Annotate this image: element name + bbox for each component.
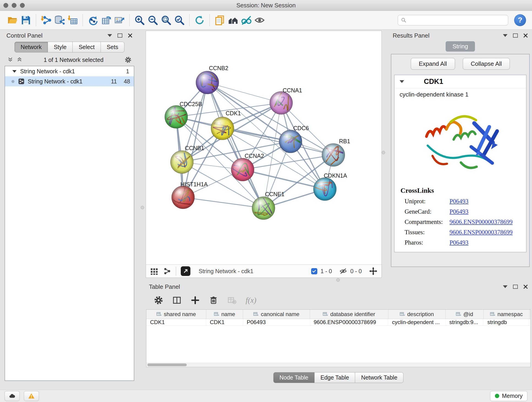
collapse-all-networks-icon[interactable] <box>17 57 22 63</box>
pan-move-icon[interactable] <box>369 267 377 275</box>
tab-select[interactable]: Select <box>73 42 101 52</box>
open-in-new-window-button[interactable] <box>181 266 190 276</box>
crosslink-value[interactable]: P06493 <box>450 208 469 215</box>
panel-menu-icon[interactable] <box>503 34 507 37</box>
table-row[interactable]: CDK1CDK1P064939606.ENSP00000378699cyclin… <box>146 319 530 326</box>
network-graph[interactable]: CCNB2CCNA1CDC25BCDK1CDC6RB1CCNB1CCNA2CDK… <box>146 31 381 264</box>
table-settings-gear-icon[interactable] <box>154 296 163 305</box>
string-results-box: Expand All Collapse All CDK1 cyclin-depe… <box>391 54 530 267</box>
selected-indicator-checkbox[interactable] <box>311 268 317 274</box>
node-CDKN1A[interactable]: CDKN1A <box>312 172 347 201</box>
column-header-label: description <box>407 311 434 317</box>
network-canvas[interactable]: CCNB2CCNA1CDC25BCDK1CDC6RB1CCNB1CCNA2CDK… <box>146 31 381 264</box>
import-table-icon <box>67 15 78 26</box>
save-session-button[interactable] <box>19 13 32 27</box>
column-header-name[interactable]: name <box>206 310 243 319</box>
node-CCNB2[interactable]: CCNB2 <box>196 65 228 94</box>
import-network-database-button[interactable] <box>53 13 66 27</box>
splitter-handle[interactable] <box>141 206 144 209</box>
close-panel-icon[interactable] <box>523 33 528 38</box>
edge-CCNE1-HIST1H1A[interactable] <box>183 197 264 208</box>
zoom-in-button[interactable] <box>133 13 146 27</box>
node-CDK1[interactable]: CDK1 <box>210 110 241 140</box>
close-panel-icon[interactable] <box>128 33 133 38</box>
horizontal-scrollbar[interactable] <box>146 363 530 367</box>
close-panel-icon[interactable] <box>523 284 528 289</box>
open-session-button[interactable] <box>6 13 19 27</box>
column-header-shared-name[interactable]: shared name <box>146 310 206 319</box>
zoom-out-button[interactable] <box>146 13 159 27</box>
duplicate-network-button[interactable] <box>213 13 226 27</box>
status-bar: Memory <box>0 390 532 402</box>
crosslink-value[interactable]: 9606.ENSP00000378699 <box>450 218 513 225</box>
birdseye-view-button[interactable] <box>163 267 171 275</box>
entry-collapse-icon[interactable] <box>399 80 404 83</box>
scrollbar-thumb[interactable] <box>147 364 187 366</box>
tab-network[interactable]: Network <box>14 42 48 52</box>
splitter-handle[interactable] <box>382 151 385 154</box>
crosslink-value[interactable]: P06493 <box>450 198 469 205</box>
panel-menu-icon[interactable] <box>503 285 507 288</box>
tree-expand-icon[interactable] <box>12 70 17 73</box>
float-panel-icon[interactable] <box>513 285 518 289</box>
tab-style[interactable]: Style <box>48 42 73 52</box>
string-labels-button[interactable] <box>253 13 266 27</box>
gear-icon[interactable] <box>125 56 132 63</box>
zoom-selected-button[interactable] <box>173 13 186 27</box>
function-builder-button[interactable]: f(x) <box>246 296 256 305</box>
cloud-status-button[interactable] <box>5 391 20 401</box>
edge-CCNB2-HIST1H1A[interactable] <box>183 83 207 197</box>
search-input[interactable] <box>409 17 505 24</box>
open-folder-icon <box>7 15 18 26</box>
apply-layout-button[interactable] <box>193 13 206 27</box>
column-header-description[interactable]: description <box>388 310 446 319</box>
float-panel-icon[interactable] <box>513 33 518 38</box>
grid-view-button[interactable] <box>150 267 158 275</box>
column-header--id[interactable]: @id <box>446 310 484 319</box>
network-collection-row[interactable]: String Network - cdk1 1 <box>5 66 134 76</box>
tab-node-table[interactable]: Node Table <box>273 372 315 383</box>
table-panel: Table Panel <box>146 282 531 390</box>
column-header-database-identifier[interactable]: database identifier <box>310 310 388 319</box>
node-CCNA1[interactable]: CCNA1 <box>270 87 302 114</box>
column-header-namespac[interactable]: namespac <box>484 310 530 319</box>
edge-CCNB2-CCNE1[interactable] <box>207 83 264 208</box>
delete-column-trash-icon[interactable] <box>209 296 218 305</box>
table-export-icon <box>101 15 112 26</box>
hidden-eye-slash-icon[interactable] <box>339 267 347 275</box>
select-columns-icon[interactable] <box>172 296 181 305</box>
zoom-fit-button[interactable] <box>159 13 173 27</box>
tab-edge-table[interactable]: Edge Table <box>315 372 355 383</box>
table-empty-area <box>146 326 530 363</box>
splitter-handle[interactable] <box>336 278 340 282</box>
node-HIST1H1A[interactable]: HIST1H1A <box>172 181 208 209</box>
crosslink-value[interactable]: P06493 <box>450 239 469 246</box>
table-cell: cyclin-dependent ... <box>388 319 446 325</box>
string-home-button[interactable] <box>226 13 240 27</box>
export-image-button[interactable] <box>113 13 126 27</box>
network-row[interactable]: String Network - cdk1 11 48 <box>5 76 134 86</box>
import-network-file-button[interactable] <box>39 13 53 27</box>
collapse-all-button[interactable]: Collapse All <box>463 58 510 70</box>
import-table-file-button[interactable] <box>66 13 79 27</box>
glass-ball-effect-button[interactable] <box>240 13 253 27</box>
node-RB1[interactable]: RB1 <box>320 138 350 172</box>
crosslink-label: Uniprot: <box>405 198 448 205</box>
tab-network-table[interactable]: Network Table <box>355 372 404 383</box>
panel-menu-icon[interactable] <box>108 34 112 37</box>
toolbar-separator <box>129 14 130 26</box>
expand-all-button[interactable]: Expand All <box>411 58 455 70</box>
crosslink-value[interactable]: 9606.ENSP00000378699 <box>450 229 513 236</box>
new-network-button[interactable] <box>86 13 99 27</box>
column-header-canonical-name[interactable]: canonical name <box>243 310 310 319</box>
export-table-button[interactable] <box>99 13 113 27</box>
tab-sets[interactable]: Sets <box>101 42 124 52</box>
database-icon <box>54 15 65 26</box>
memory-button[interactable]: Memory <box>490 391 527 401</box>
add-column-icon[interactable] <box>191 296 200 305</box>
help-button[interactable]: ? <box>514 14 526 26</box>
float-panel-icon[interactable] <box>118 33 122 38</box>
warnings-button[interactable] <box>24 391 39 401</box>
string-tab-badge[interactable]: String <box>446 41 475 51</box>
expand-all-networks-icon[interactable] <box>7 57 13 63</box>
